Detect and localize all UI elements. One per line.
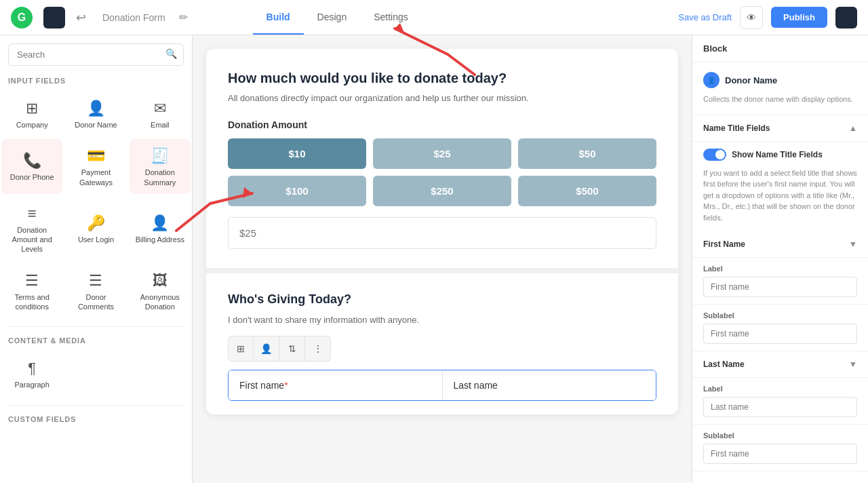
user-login-icon: 🔑 bbox=[87, 216, 105, 231]
last-name-sublabel-field: Sublabel bbox=[692, 425, 868, 471]
sidebar-item-label: Donor Name bbox=[75, 120, 117, 130]
top-nav: G ↩ Donation Form ✏ Build Design Setting… bbox=[0, 0, 868, 35]
sidebar-item-user-login[interactable]: 🔑 User Login bbox=[65, 197, 126, 261]
first-name-field[interactable]: First name* bbox=[229, 370, 442, 400]
first-name-label: First name bbox=[239, 380, 284, 391]
last-name-sublabel-lbl: Sublabel bbox=[703, 431, 857, 440]
sidebar-item-label: Billing Address bbox=[136, 235, 184, 244]
search-container: 🔍 bbox=[0, 35, 192, 71]
last-name-label-input[interactable] bbox=[703, 397, 857, 417]
tab-design[interactable]: Design bbox=[304, 1, 361, 35]
sidebar-item-donation-summary[interactable]: 🧾 Donation Summary bbox=[130, 139, 191, 194]
tab-build[interactable]: Build bbox=[253, 1, 304, 35]
logo-text: G bbox=[18, 12, 26, 24]
edit-icon[interactable]: ✏ bbox=[179, 11, 188, 24]
show-name-title-desc: If you want to add a select field title … bbox=[692, 168, 868, 232]
sidebar-content-grid: ¶ Paragraph bbox=[0, 347, 192, 400]
first-name-label-input[interactable] bbox=[703, 277, 857, 297]
sidebar-item-label: Donation Summary bbox=[134, 168, 186, 187]
first-name-label-field: Label bbox=[692, 258, 868, 305]
terms-icon: ☰ bbox=[25, 273, 39, 288]
first-name-sublabel-lbl: Sublabel bbox=[703, 311, 857, 320]
amount-btn-250[interactable]: $250 bbox=[373, 176, 511, 206]
sidebar-item-label: Terms and conditions bbox=[5, 292, 58, 312]
sidebar-item-anonymous-donation[interactable]: 🖼 Anonymous Donation bbox=[130, 264, 191, 319]
first-name-section-label: First Name bbox=[703, 239, 745, 249]
drag-grid-icon[interactable]: ⊞ bbox=[228, 336, 254, 362]
first-name-label-lbl: Label bbox=[703, 265, 857, 273]
tab-settings[interactable]: Settings bbox=[360, 1, 422, 35]
amount-btn-100[interactable]: $100 bbox=[228, 176, 366, 206]
preview-button[interactable]: 👁 bbox=[740, 6, 763, 29]
sidebar-item-email[interactable]: ✉ Email bbox=[130, 92, 191, 136]
section-divider bbox=[206, 268, 678, 273]
sidebar-item-payment-gateways[interactable]: 💳 Payment Gateways bbox=[65, 139, 126, 194]
sidebar-item-label: Donor Comments bbox=[69, 292, 122, 312]
amount-btn-50[interactable]: $50 bbox=[518, 138, 656, 169]
donor-phone-icon: 📞 bbox=[23, 153, 41, 168]
sidebar-item-label: Donor Phone bbox=[10, 172, 54, 182]
amount-label: Donation Amount bbox=[228, 119, 656, 130]
last-name-sublabel-input[interactable] bbox=[703, 444, 857, 464]
donor-name-section: 👤 Donor Name Collects the donor name wit… bbox=[692, 62, 868, 115]
sidebar-item-paragraph[interactable]: ¶ Paragraph bbox=[1, 351, 62, 396]
sidebar-item-terms[interactable]: ☰ Terms and conditions bbox=[1, 264, 62, 319]
payment-gateways-icon: 💳 bbox=[87, 149, 105, 163]
whos-giving-title: Who's Giving Today? bbox=[228, 292, 656, 307]
publish-button[interactable]: Publish bbox=[771, 7, 827, 28]
name-title-fields-label: Name Title Fields bbox=[703, 123, 770, 133]
search-input[interactable] bbox=[8, 43, 184, 66]
sidebar-item-donation-amount[interactable]: ≡ Donation Amount and Levels bbox=[1, 197, 62, 261]
sidebar-divider bbox=[8, 326, 184, 327]
sidebar-item-label: User Login bbox=[78, 235, 114, 244]
drag-arrows-icon[interactable]: ⇅ bbox=[279, 336, 305, 362]
undo-icon[interactable]: ↩ bbox=[76, 10, 86, 25]
last-name-label-field: Label bbox=[692, 378, 868, 425]
donation-card: How much would you like to donate today?… bbox=[206, 49, 678, 414]
sidebar-item-label: Email bbox=[151, 120, 170, 130]
custom-fields-section-title: CUSTOM FIELDS bbox=[0, 410, 192, 426]
donation-summary-icon: 🧾 bbox=[151, 149, 169, 163]
last-name-collapsible[interactable]: Last Name ▼ bbox=[692, 351, 868, 378]
donation-card-inner: How much would you like to donate today?… bbox=[206, 49, 678, 268]
donation-amount-icon: ≡ bbox=[28, 206, 37, 221]
custom-amount-input[interactable] bbox=[228, 217, 656, 249]
sidebar-item-label: Anonymous Donation bbox=[134, 292, 186, 312]
user-avatar[interactable] bbox=[835, 7, 857, 28]
sidebar-input-fields-grid: ⊞ Company 👤 Donor Name ✉ Email 📞 Donor P… bbox=[0, 88, 192, 322]
name-title-fields-section[interactable]: Name Title Fields ▲ bbox=[692, 115, 868, 142]
input-fields-section-title: INPUT FIELDS bbox=[0, 71, 192, 88]
sidebar-item-donor-phone[interactable]: 📞 Donor Phone bbox=[1, 139, 62, 194]
drag-toolbar: ⊞ 👤 ⇅ ⋮ bbox=[228, 336, 656, 362]
amount-btn-25[interactable]: $25 bbox=[373, 138, 511, 169]
save-draft-button[interactable]: Save as Draft bbox=[678, 12, 732, 22]
sidebar-item-donor-comments[interactable]: ☰ Donor Comments bbox=[65, 264, 126, 319]
show-name-title-row: Show Name Title Fields bbox=[692, 142, 868, 168]
nav-tabs: Build Design Settings bbox=[253, 1, 422, 35]
last-name-field[interactable]: Last name bbox=[443, 370, 656, 400]
first-name-sublabel-input[interactable] bbox=[703, 324, 857, 344]
donor-comments-icon: ☰ bbox=[89, 273, 102, 288]
drag-person-icon[interactable]: 👤 bbox=[254, 336, 279, 362]
last-name-section-label: Last Name bbox=[703, 360, 745, 369]
sidebar-item-label: Company bbox=[16, 120, 48, 130]
search-icon: 🔍 bbox=[165, 48, 177, 59]
drag-more-icon[interactable]: ⋮ bbox=[305, 336, 331, 362]
sidebar-item-donor-name[interactable]: 👤 Donor Name bbox=[65, 92, 126, 136]
sidebar-item-label: Paragraph bbox=[14, 380, 49, 389]
content-media-section-title: CONTENT & MEDIA bbox=[0, 331, 192, 347]
amount-btn-10[interactable]: $10 bbox=[228, 138, 366, 169]
nav-square-icon bbox=[43, 7, 65, 28]
first-name-collapsible[interactable]: First Name ▼ bbox=[692, 231, 868, 258]
rp-donor-name-desc: Collects the donor name with display opt… bbox=[703, 94, 857, 105]
amount-btn-500[interactable]: $500 bbox=[518, 176, 656, 206]
show-name-title-toggle[interactable] bbox=[703, 149, 726, 161]
anonymous-donation-icon: 🖼 bbox=[153, 273, 167, 288]
sidebar-item-company[interactable]: ⊞ Company bbox=[1, 92, 62, 136]
sidebar-item-billing-address[interactable]: 👤 Billing Address bbox=[130, 197, 191, 261]
sidebar-divider-2 bbox=[8, 405, 184, 406]
email-icon: ✉ bbox=[154, 101, 166, 116]
amount-grid: $10 $25 $50 $100 $250 $500 bbox=[228, 138, 656, 206]
rp-donor-name-title: Donor Name bbox=[725, 75, 777, 85]
billing-address-icon: 👤 bbox=[151, 216, 169, 231]
